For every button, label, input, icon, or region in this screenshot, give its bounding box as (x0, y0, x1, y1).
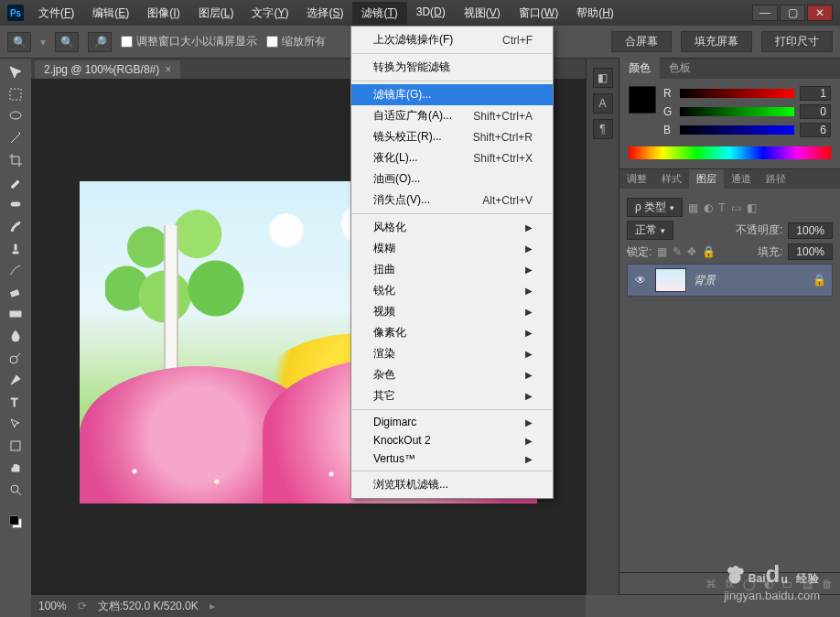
menu-view[interactable]: 视图(V) (455, 2, 510, 25)
stamp-tool[interactable] (5, 238, 27, 258)
submenu-video[interactable]: 视频▶ (351, 301, 553, 322)
crop-tool[interactable] (5, 150, 27, 170)
menu-liquify[interactable]: 液化(L)...Shift+Ctrl+X (351, 147, 553, 168)
zoom-tool-preset-icon[interactable]: 🔍 (7, 32, 31, 52)
wand-tool[interactable] (5, 128, 27, 148)
menu-filter[interactable]: 滤镜(T) (352, 2, 406, 25)
eyedropper-tool[interactable] (5, 172, 27, 192)
menu-convert-smart[interactable]: 转换为智能滤镜 (351, 57, 553, 78)
submenu-sharpen[interactable]: 锐化▶ (351, 280, 553, 301)
menu-adaptive-wide[interactable]: 自适应广角(A)...Shift+Ctrl+A (351, 105, 553, 126)
menu-3d[interactable]: 3D(D) (407, 2, 455, 25)
filter-smart-icon[interactable]: ◧ (747, 201, 757, 214)
lock-trans-icon[interactable]: ▦ (657, 245, 667, 258)
pen-tool[interactable] (5, 370, 27, 390)
print-size-button[interactable]: 打印尺寸 (761, 31, 833, 52)
menu-edit[interactable]: 编辑(E) (83, 2, 138, 25)
tab-styles[interactable]: 样式 (654, 169, 689, 189)
marquee-tool[interactable] (5, 84, 27, 104)
submenu-stylize[interactable]: 风格化▶ (351, 217, 553, 238)
resize-window-checkbox[interactable]: 调整窗口大小以满屏显示 (121, 34, 257, 49)
zoom-percent[interactable]: 100% (38, 600, 67, 612)
submenu-other[interactable]: 其它▶ (351, 385, 553, 406)
value-b[interactable]: 6 (800, 123, 831, 137)
type-tool[interactable]: T (5, 392, 27, 412)
tab-adjustments[interactable]: 调整 (619, 169, 654, 189)
tab-layers[interactable]: 图层 (689, 169, 724, 189)
gradient-tool[interactable] (5, 304, 27, 324)
filter-type-icon[interactable]: T (718, 201, 725, 214)
submenu-digimarc[interactable]: Digimarc▶ (351, 413, 553, 431)
filter-adjust-icon[interactable]: ◐ (704, 201, 713, 214)
submenu-render[interactable]: 渲染▶ (351, 343, 553, 364)
lock-all-icon[interactable]: 🔒 (702, 245, 716, 258)
submenu-blur[interactable]: 模糊▶ (351, 238, 553, 259)
menu-browse-online[interactable]: 浏览联机滤镜... (351, 474, 553, 495)
healing-tool[interactable] (5, 194, 27, 214)
zoom-out-icon[interactable]: 🔎 (88, 32, 112, 52)
slider-g[interactable] (680, 107, 794, 116)
filter-shape-icon[interactable]: ▭ (731, 201, 741, 214)
hand-tool[interactable] (5, 458, 27, 478)
blend-mode-select[interactable]: 正常 ▾ (627, 221, 673, 240)
fill-value[interactable]: 100% (788, 244, 833, 260)
menu-vanishing-point[interactable]: 消失点(V)...Alt+Ctrl+V (351, 189, 553, 211)
close-tab-icon[interactable]: × (165, 63, 171, 76)
lock-pos-icon[interactable]: ✥ (687, 245, 696, 258)
shape-tool[interactable] (5, 436, 27, 456)
zoom-tool[interactable] (5, 480, 27, 500)
menu-help[interactable]: 帮助(H) (567, 2, 623, 25)
move-tool[interactable] (5, 62, 27, 82)
blur-tool[interactable] (5, 326, 27, 346)
opacity-value[interactable]: 100% (788, 222, 833, 239)
layer-filter-type[interactable]: ρ 类型 ▾ (627, 198, 683, 217)
menu-oil-paint[interactable]: 油画(O)... (351, 168, 553, 189)
maximize-button[interactable]: ▢ (780, 5, 805, 21)
menu-image[interactable]: 图像(I) (138, 2, 188, 25)
paragraph-panel-icon[interactable]: ¶ (593, 119, 613, 139)
submenu-vertus[interactable]: Vertus™▶ (351, 449, 553, 468)
menu-select[interactable]: 选择(S) (297, 2, 352, 25)
filter-pixel-icon[interactable]: ▦ (688, 201, 698, 214)
tab-color[interactable]: 颜色 (619, 58, 660, 79)
history-brush-tool[interactable] (5, 260, 27, 280)
fg-bg-color-swatch[interactable] (5, 509, 27, 535)
tab-swatches[interactable]: 色板 (660, 58, 700, 79)
slider-r[interactable] (680, 89, 794, 98)
path-select-tool[interactable] (5, 414, 27, 434)
menu-filter-gallery[interactable]: 滤镜库(G)... (351, 84, 553, 105)
lasso-tool[interactable] (5, 106, 27, 126)
slider-b[interactable] (680, 125, 794, 135)
menu-file[interactable]: 文件(F) (29, 2, 83, 25)
close-button[interactable]: ✕ (807, 5, 833, 21)
tab-channels[interactable]: 通道 (724, 169, 759, 189)
tab-paths[interactable]: 路径 (759, 169, 793, 189)
menu-lens-correction[interactable]: 镜头校正(R)...Shift+Ctrl+R (351, 126, 553, 147)
visibility-icon[interactable]: 👁 (633, 274, 648, 287)
value-g[interactable]: 0 (800, 104, 831, 119)
submenu-distort[interactable]: 扭曲▶ (351, 259, 553, 280)
dodge-tool[interactable] (5, 348, 27, 368)
menu-window[interactable]: 窗口(W) (510, 2, 567, 25)
brush-tool[interactable] (5, 216, 27, 236)
delete-layer-icon[interactable]: 🗑 (822, 578, 833, 590)
link-layers-icon[interactable]: ⌘ (705, 578, 716, 590)
minimize-button[interactable]: — (752, 5, 778, 21)
history-panel-icon[interactable]: ◧ (593, 68, 613, 88)
value-r[interactable]: 1 (800, 86, 831, 101)
zoom-in-icon[interactable]: 🔍 (55, 32, 79, 52)
lock-paint-icon[interactable]: ✎ (673, 245, 682, 258)
submenu-knockout[interactable]: KnockOut 2▶ (351, 431, 553, 449)
eraser-tool[interactable] (5, 282, 27, 302)
menu-last-filter[interactable]: 上次滤镜操作(F)Ctrl+F (351, 29, 553, 50)
submenu-pixelate[interactable]: 像素化▶ (351, 322, 553, 343)
zoom-all-checkbox[interactable]: 缩放所有 (266, 34, 326, 49)
chevron-right-icon[interactable]: ▸ (210, 600, 215, 612)
fill-screen-button[interactable]: 填充屏幕 (681, 31, 752, 52)
character-panel-icon[interactable]: A (593, 93, 613, 114)
submenu-noise[interactable]: 杂色▶ (351, 364, 553, 385)
menu-layer[interactable]: 图层(L) (189, 2, 243, 25)
current-color-swatch[interactable] (629, 86, 656, 114)
document-tab[interactable]: 2.jpg @ 100%(RGB/8#) × (35, 60, 180, 79)
hue-strip[interactable] (629, 146, 831, 159)
